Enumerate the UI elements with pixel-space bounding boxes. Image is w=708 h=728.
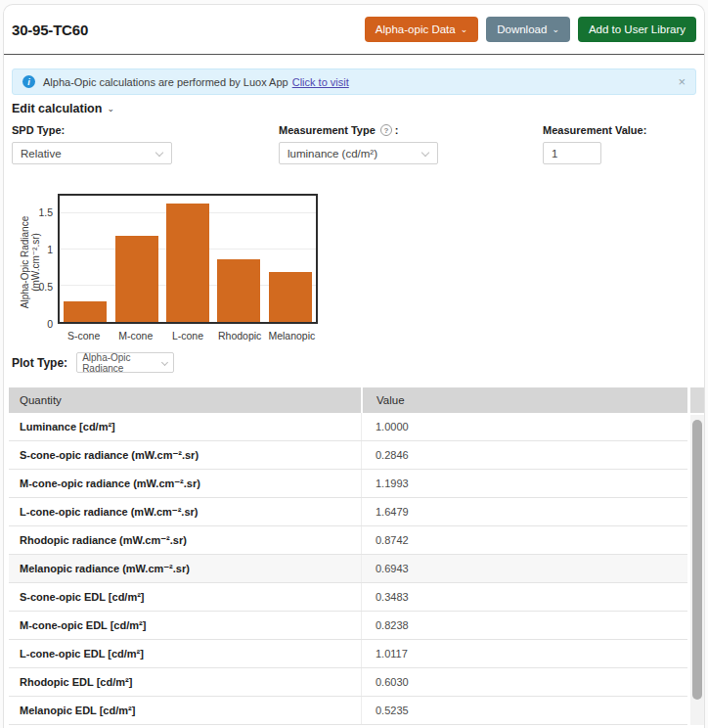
bar-m-cone (115, 236, 158, 322)
quantity-cell: Rhodopic EDL [cd/m²] (9, 668, 361, 696)
quantity-cell: L-cone-opic EDL [cd/m²] (9, 640, 361, 667)
value-cell: 1.0000 (361, 413, 687, 440)
quantity-cell: S-cone-opic EDL [cd/m²] (9, 583, 361, 611)
info-icon: i (22, 75, 35, 88)
chevron-down-icon: ⌄ (552, 25, 559, 34)
table-scrollbar (690, 387, 704, 725)
download-button-label: Download (497, 23, 547, 35)
table-row: Melanopic EDL [cd/m²]0.5235 (9, 697, 687, 725)
value-cell: 1.0117 (361, 640, 687, 667)
x-tick-label: S-cone (58, 330, 110, 341)
alpha-opic-data-button-label: Alpha-opic Data (376, 23, 456, 35)
close-icon[interactable]: × (678, 74, 686, 89)
plot-type-value: Alpha-Opic Radiance (82, 352, 168, 374)
table-header-quantity: Quantity (9, 394, 361, 406)
table-row: M-cone-opic EDL [cd/m²]0.8238 (9, 612, 687, 640)
measurement-type-value: luminance (cd/m²) (288, 148, 377, 159)
x-tick-label: M-cone (110, 330, 161, 341)
quantity-cell: Melanopic radiance (mW.cm⁻².sr) (9, 555, 361, 582)
value-cell: 0.2846 (361, 441, 687, 469)
info-banner: i Alpha-Opic calculations are performed … (12, 68, 696, 95)
table-row: Melanopic radiance (mW.cm⁻².sr)0.6943 (9, 555, 687, 583)
table-row: S-cone-opic EDL [cd/m²]0.3483 (9, 583, 687, 612)
add-to-user-library-button[interactable]: Add to User Library (578, 17, 696, 42)
info-banner-text: Alpha-Opic calculations are performed by… (43, 76, 288, 88)
x-tick-label: L-cone (161, 330, 213, 341)
quantity-cell: Rhodopic radiance (mW.cm⁻².sr) (9, 526, 361, 554)
quantity-cell: M-cone-opic EDL [cd/m²] (9, 612, 361, 639)
table-row: Rhodopic EDL [cd/m²]0.6030 (9, 668, 687, 697)
chart-plot-area (58, 194, 318, 324)
quantity-cell: L-cone-opic radiance (mW.cm⁻².sr) (9, 498, 361, 525)
y-tick-label: 0 (47, 318, 53, 330)
value-cell: 1.6479 (361, 498, 687, 525)
alpha-opic-radiance-chart: Alpha-Opic Radiance (mW.cm⁻².sr) 00.511.… (12, 187, 327, 343)
measurement-value-group: Measurement Value: (543, 124, 646, 164)
measurement-value-input[interactable] (543, 142, 601, 164)
bar-melanopic (269, 272, 312, 322)
spd-type-select[interactable]: Relative (12, 142, 172, 164)
spd-type-group: SPD Type: Relative (12, 124, 172, 164)
results-table: Quantity Value Luminance [cd/m²]1.0000S-… (9, 387, 704, 725)
y-tick-label: 1.5 (38, 206, 53, 218)
chevron-down-icon (155, 149, 163, 157)
quantity-cell: M-cone-opic radiance (mW.cm⁻².sr) (9, 470, 361, 497)
table-row: L-cone-opic radiance (mW.cm⁻².sr)1.6479 (9, 498, 687, 526)
table-row: L-cone-opic EDL [cd/m²]1.0117 (9, 640, 687, 668)
table-row: S-cone-opic radiance (mW.cm⁻².sr)0.2846 (9, 441, 687, 470)
measurement-type-label: Measurement Type (279, 124, 376, 136)
add-to-user-library-button-label: Add to User Library (589, 23, 686, 35)
y-tick-label: 1 (47, 244, 53, 255)
spd-type-label: SPD Type: (12, 124, 172, 136)
value-cell: 0.3483 (361, 583, 687, 611)
table-header-value: Value (361, 387, 687, 413)
value-cell: 0.6943 (361, 555, 687, 582)
table-body: Luminance [cd/m²]1.0000S-cone-opic radia… (9, 413, 687, 725)
plot-type-row: Plot Type: Alpha-Opic Radiance (12, 352, 174, 373)
value-cell: 0.5235 (361, 697, 687, 724)
table-scrollbar-track[interactable] (690, 415, 704, 725)
table-row: Rhodopic radiance (mW.cm⁻².sr)0.8742 (9, 526, 687, 555)
quantity-cell: Melanopic EDL [cd/m²] (9, 697, 361, 724)
value-cell: 1.1993 (361, 470, 687, 497)
click-to-visit-link[interactable]: Click to visit (292, 76, 349, 88)
table-header-row: Quantity Value (9, 387, 687, 413)
plot-type-label: Plot Type: (12, 356, 67, 370)
bar-l-cone (166, 204, 209, 322)
chevron-down-icon: ⌄ (461, 25, 468, 34)
quantity-cell: S-cone-opic radiance (mW.cm⁻².sr) (9, 441, 361, 469)
table-row: M-cone-opic radiance (mW.cm⁻².sr)1.1993 (9, 470, 687, 498)
measurement-type-label-suffix: : (395, 124, 399, 136)
measurement-type-select[interactable]: luminance (cd/m²) (279, 142, 438, 164)
chevron-down-icon: ⌄ (107, 104, 114, 114)
edit-calculation-label: Edit calculation (12, 102, 102, 115)
spd-type-value: Relative (21, 148, 62, 159)
chevron-down-icon (421, 149, 429, 157)
plot-type-select[interactable]: Alpha-Opic Radiance (76, 352, 174, 373)
x-tick-label: Melanopic (266, 330, 318, 341)
main-card: 30-95-TC60 Alpha-opic Data ⌄ Download ⌄ … (3, 4, 705, 728)
value-cell: 0.6030 (361, 668, 687, 696)
help-icon[interactable]: ? (380, 124, 392, 136)
page-title: 30-95-TC60 (12, 22, 88, 38)
chart-bars (60, 196, 316, 322)
measurement-value-label: Measurement Value: (543, 124, 646, 136)
alpha-opic-data-button[interactable]: Alpha-opic Data ⌄ (365, 17, 478, 42)
chart-x-tick-labels: S-coneM-coneL-coneRhodopicMelanopic (58, 330, 318, 341)
value-cell: 0.8238 (361, 612, 687, 639)
download-button[interactable]: Download ⌄ (486, 17, 570, 42)
table-scrollbar-header (690, 387, 704, 413)
measurement-type-group: Measurement Type ? : luminance (cd/m²) (279, 124, 438, 164)
edit-calculation-toggle[interactable]: Edit calculation ⌄ (12, 102, 114, 115)
chart-y-ticks: 00.511.5 (12, 194, 53, 324)
x-tick-label: Rhodopic (214, 330, 266, 341)
page-header: 30-95-TC60 Alpha-opic Data ⌄ Download ⌄ … (4, 5, 704, 55)
bar-rhodopic (217, 259, 260, 322)
value-cell: 0.8742 (361, 526, 687, 554)
table-scrollbar-thumb[interactable] (692, 420, 702, 700)
table-row: Luminance [cd/m²]1.0000 (9, 413, 687, 441)
y-tick-label: 0.5 (38, 281, 53, 293)
bar-s-cone (64, 301, 107, 322)
quantity-cell: Luminance [cd/m²] (9, 413, 361, 440)
header-actions: Alpha-opic Data ⌄ Download ⌄ Add to User… (365, 17, 696, 42)
